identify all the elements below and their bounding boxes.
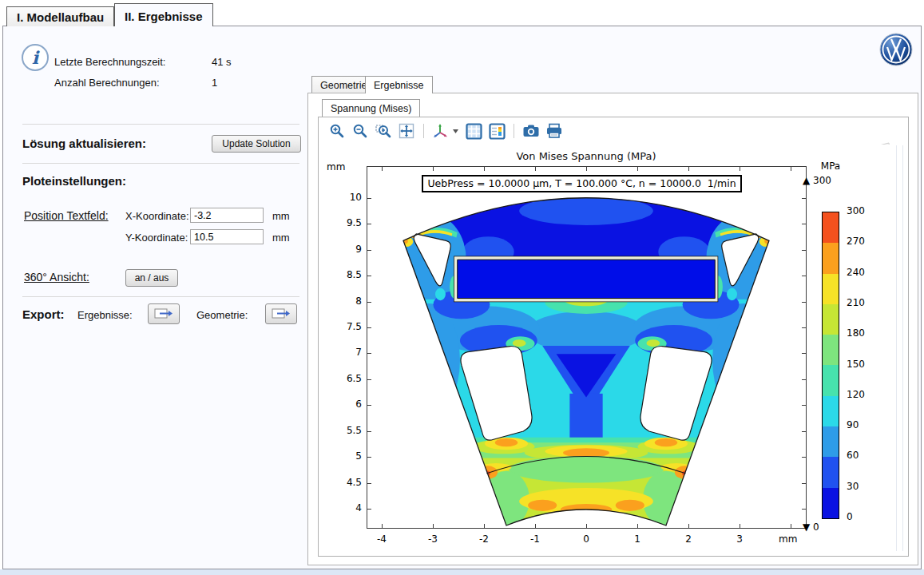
x-axis-unit: mm — [779, 533, 797, 545]
colorbar-tick-label: 0 — [847, 511, 874, 522]
colorbar-segment — [823, 365, 839, 395]
magnet-slot — [458, 260, 716, 298]
export-geometry-button[interactable] — [265, 303, 297, 324]
y-tick-label: 6 — [330, 399, 362, 410]
export-icon — [271, 307, 291, 321]
tab-spannung-mises[interactable]: Spannung (Mises) — [322, 99, 420, 117]
colorbar-tick-label: 180 — [847, 327, 874, 339]
y-tick-label: 4.5 — [330, 477, 362, 488]
x-tick-label: -4 — [370, 533, 394, 545]
colorbar-tick-label: 60 — [847, 450, 874, 461]
tab-ergebnisse[interactable]: II. Ergebnisse — [114, 3, 213, 26]
y-tick-label: 9 — [330, 244, 362, 255]
y-coordinate-input[interactable] — [190, 229, 264, 244]
colorbar-segment — [823, 304, 839, 335]
legend-icon[interactable] — [488, 122, 506, 140]
panel-edge-line — [902, 145, 903, 551]
view-360-toggle-button[interactable]: an / aus — [125, 269, 178, 287]
colorbar-unit: MPa — [812, 161, 849, 172]
colorbar-tick-label: 270 — [847, 236, 874, 247]
colorbar-tick-label: 300 — [847, 205, 874, 216]
snapshot-camera-icon[interactable] — [522, 122, 540, 140]
x-tick-label: -2 — [472, 533, 496, 545]
y-coordinate-label: Y-Koordinate: — [125, 232, 188, 244]
update-section-heading: Lösung aktualisieren: — [22, 137, 146, 150]
y-tick-label: 5 — [330, 450, 362, 462]
x-coordinate-label: X-Koordinate: — [125, 210, 189, 222]
y-tick-label: 8.5 — [330, 269, 362, 280]
colorbar-tick-label: 150 — [847, 359, 874, 370]
toolbar-separator — [514, 124, 514, 138]
zoom-in-icon[interactable] — [328, 122, 346, 140]
y-tick-label: 9.5 — [330, 217, 362, 228]
tab-modellaufbau[interactable]: I. Modellaufbau — [6, 6, 114, 26]
colorbar-segment — [823, 212, 839, 243]
parameter-annotation: UebPress = 10.0000 µm, T = 100.000 °C, n… — [422, 175, 742, 192]
vw-logo — [878, 32, 914, 67]
x-coordinate-unit: mm — [272, 210, 290, 222]
print-icon[interactable] — [545, 122, 563, 140]
orientation-icon[interactable] — [432, 122, 459, 140]
colorbar-segment — [823, 274, 839, 304]
colorbar — [822, 212, 839, 519]
colorbar-segment — [823, 426, 839, 457]
y-coordinate-unit: mm — [272, 232, 290, 244]
divider — [22, 163, 299, 164]
zoom-box-icon[interactable] — [375, 122, 392, 140]
view-360-label: 360° Ansicht: — [24, 271, 89, 284]
last-computation-label: Letzte Berechnungszeit: — [54, 56, 165, 68]
y-tick-label: 5.5 — [330, 425, 362, 436]
colorbar-segment — [823, 335, 839, 365]
y-tick-label: 10 — [330, 192, 362, 203]
panel-edge-line — [896, 145, 897, 551]
computation-count-value: 1 — [212, 77, 217, 89]
grid-icon[interactable] — [465, 122, 482, 140]
export-icon — [153, 307, 174, 321]
colorbar-tick-label: 240 — [847, 267, 874, 278]
plot-groupbox: Von Mises Spannung (MPa) mm mm -4-3-2-10… — [318, 117, 909, 557]
y-tick-label: 4 — [330, 502, 362, 514]
divider — [22, 296, 299, 297]
colorbar-segment — [823, 243, 839, 273]
computation-count-label: Anzahl Berechnungen: — [54, 77, 160, 89]
x-tick-label: -3 — [421, 533, 445, 545]
zoom-out-icon[interactable] — [351, 122, 369, 140]
tab-results[interactable]: Ergebnisse — [365, 76, 433, 93]
y-tick-label: 8 — [330, 295, 362, 307]
colorbar-tick-label: 210 — [847, 297, 874, 308]
y-axis-unit: mm — [327, 161, 345, 172]
position-textfield-label: Position Textfeld: — [24, 209, 109, 222]
x-tick-label: 1 — [625, 533, 649, 545]
x-tick-label: -1 — [523, 533, 547, 545]
colorbar-segment — [823, 457, 839, 487]
x-coordinate-input[interactable] — [190, 208, 264, 223]
update-solution-button[interactable]: Update Solution — [212, 135, 301, 153]
window-bottom-strip — [0, 569, 924, 575]
zoom-extents-icon[interactable] — [398, 122, 415, 140]
colorbar-max-marker: ▲ 300 — [803, 175, 831, 186]
divider — [22, 124, 299, 125]
colorbar-tick-label: 30 — [847, 481, 874, 492]
colorbar-min-marker: ▼ 0 — [803, 521, 819, 533]
y-tick-label: 6.5 — [330, 373, 362, 384]
plot-toolbar — [328, 121, 563, 141]
colorbar-tick-label: 90 — [847, 419, 874, 430]
plot-title: Von Mises Spannung (MPa) — [426, 150, 746, 162]
stress-surface-plot — [367, 166, 807, 529]
x-tick-label: 2 — [676, 533, 700, 545]
export-geometry-label: Geometrie: — [196, 309, 248, 321]
colorbar-segment — [823, 396, 839, 426]
export-heading: Export: — [22, 307, 65, 321]
app-window: I. Modellaufbau II. Ergebnisse i Letzte … — [0, 0, 924, 575]
colorbar-tick-label: 120 — [847, 389, 874, 400]
y-tick-label: 7 — [330, 347, 362, 358]
plot-settings-heading: Ploteinstellungen: — [22, 174, 126, 188]
export-results-label: Ergebnisse: — [77, 309, 133, 321]
x-tick-label: 3 — [728, 533, 751, 545]
info-icon: i — [22, 44, 49, 71]
plot-canvas[interactable]: Von Mises Spannung (MPa) mm mm -4-3-2-10… — [322, 145, 906, 553]
export-results-button[interactable] — [148, 303, 180, 324]
colorbar-segment — [823, 488, 839, 518]
toolbar-separator — [423, 124, 424, 138]
x-tick-label: 0 — [574, 533, 598, 545]
